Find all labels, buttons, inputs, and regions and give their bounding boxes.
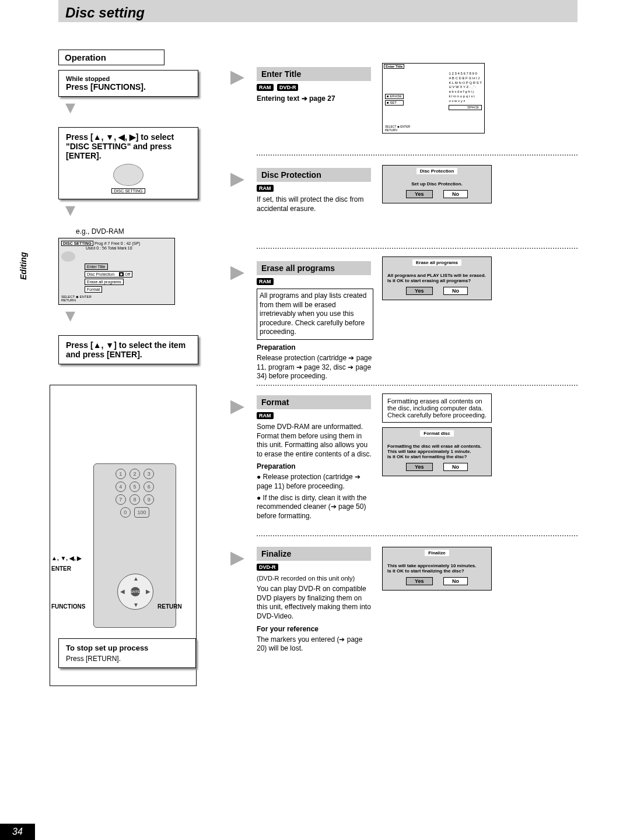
- right-arrow-icon: ▸: [230, 264, 254, 287]
- remote-enter-btn: ENTER: [131, 587, 140, 596]
- finalize-ref: The markers you entered (➔ page 20) will…: [257, 635, 373, 653]
- num-btn: 8: [130, 494, 140, 505]
- erase-btn: ERASE: [390, 94, 401, 98]
- space-btn: SPACE: [449, 105, 482, 111]
- badge-dvdr: DVD-R: [277, 84, 299, 91]
- step1-text: Press [FUNCTIONS].: [66, 82, 146, 92]
- badge-ram: RAM: [257, 185, 274, 192]
- eg-label: e.g., DVD-RAM: [76, 227, 198, 236]
- right-arrow-icon: ▸: [230, 398, 254, 421]
- mini-item-format: Format: [85, 286, 102, 293]
- no-btn: No: [443, 463, 468, 471]
- num-btn: 3: [144, 469, 154, 479]
- num-btn: 5: [130, 481, 140, 492]
- page-number: 34: [0, 824, 35, 840]
- dotted-divider: [257, 248, 578, 249]
- section-format: Format RAM Some DVD-RAM are unformatted.…: [257, 395, 373, 523]
- format-prep-h: Preparation: [257, 462, 373, 470]
- num-btn: 7: [116, 494, 126, 505]
- format-heading: Format: [257, 395, 371, 409]
- erase-prep: Release protection (cartridge ➔ page 11,…: [257, 354, 373, 381]
- section-enter-title: Enter Title RAM DVD-R Entering text ➔ pa…: [257, 67, 368, 106]
- side-label: Editing: [19, 252, 28, 280]
- num-btn: 0: [120, 507, 131, 518]
- erase-boxed: All programs and play lists created from…: [257, 289, 373, 340]
- yes-btn: Yes: [406, 287, 433, 295]
- format-body: Some DVD-RAM are unformatted. Format the…: [257, 423, 373, 459]
- right-arrow-icon: ▸: [230, 171, 254, 194]
- remote-arrows-label: ▲, ▼, ◀, ▶: [51, 555, 82, 561]
- down-icon: ▼: [133, 602, 139, 608]
- num-btn: 6: [144, 481, 154, 492]
- mini-total: Total Mark 10: [108, 246, 132, 250]
- dialog-title: Disc Protection: [416, 168, 458, 174]
- char-row: 1 2 3 4 5 6 7 8 9 0: [449, 72, 482, 76]
- step3-box: Press [▲, ▼] to select the item and pres…: [58, 335, 198, 364]
- set-btn: SET: [390, 101, 397, 104]
- no-btn: No: [443, 287, 468, 295]
- badge-ram: RAM: [257, 278, 274, 285]
- mini-item-disc-protection: Disc Protection ■ Off: [85, 271, 132, 277]
- step2-box: Press [▲, ▼, ◀, ▶] to select "DISC SETTI…: [58, 127, 198, 199]
- num-btn: 4: [116, 481, 126, 492]
- title-input-header: Enter Title: [384, 64, 404, 69]
- mini-item-enter-title: Enter Title: [85, 263, 108, 270]
- dialog-title: Finalize: [425, 550, 449, 556]
- char-row: A B C D E F G H I J: [449, 76, 482, 81]
- step2-text: Press [▲, ▼, ◀, ▶] to select "DISC SETTI…: [66, 132, 174, 160]
- char-row: u v w x y z: [449, 99, 482, 104]
- right-arrow-icon: ▸: [230, 550, 254, 573]
- num-btn: 100: [134, 507, 149, 518]
- no-btn: No: [443, 190, 468, 198]
- manual-page: Disc setting Editing Operation While sto…: [0, 0, 630, 840]
- remote-dpad: ENTER ▲ ▼ ◀ ▶: [117, 574, 153, 610]
- format-right: Formatting erases all contents on the di…: [382, 393, 492, 486]
- erase-dialog-wrap: Erase all programs All programs and PLAY…: [382, 256, 492, 310]
- down-arrow-icon: ▾: [58, 202, 82, 225]
- finalize-dialog: Finalize This will take approximately 10…: [382, 547, 492, 591]
- badge-ram: RAM: [257, 84, 274, 91]
- section-disc-protection: Disc Protection RAM If set, this will pr…: [257, 168, 368, 216]
- badge-ram: RAM: [257, 412, 274, 419]
- up-icon: ▲: [133, 575, 139, 582]
- enter-title-sub: Entering text ➔ page 27: [257, 94, 368, 104]
- remote-functions-label: FUNCTIONS: [51, 603, 85, 610]
- finalize-sub: (DVD-R recorded on this unit only): [257, 574, 373, 582]
- remote-return-label: RETURN: [158, 603, 182, 610]
- section-erase: Erase all programs RAM All programs and …: [257, 261, 373, 384]
- disc-protection-dialog: Disc Protection Set up Disc Protection. …: [382, 165, 492, 203]
- dialog-msg: Set up Disc Protection.: [387, 181, 487, 187]
- disc-protection-heading: Disc Protection: [257, 168, 371, 182]
- dotted-divider: [257, 154, 578, 156]
- dotted-divider: [257, 385, 578, 386]
- left-icon: ◀: [120, 588, 125, 595]
- mini-screen: DISC SETTING Prog # 7 Free 0 : 42 (SP) U…: [58, 238, 175, 305]
- dialog-title: Format disc: [420, 430, 453, 437]
- ti-return: RETURN: [385, 128, 397, 132]
- mini-free: Free 0 : 42 (SP): [111, 241, 140, 245]
- char-row: a b c d e f g h i j: [449, 90, 482, 94]
- mini-header: DISC SETTING: [61, 241, 93, 246]
- mini-disc-icon: [61, 251, 75, 262]
- section-finalize: Finalize DVD-R (DVD-R recorded on this u…: [257, 547, 373, 656]
- ti-enter: ENTER: [400, 125, 410, 128]
- down-arrow-icon: ▾: [58, 307, 82, 331]
- yes-btn: Yes: [406, 577, 433, 585]
- disc-icon: [113, 164, 144, 186]
- step1-box: While stopped Press [FUNCTIONS].: [58, 70, 198, 97]
- format-prep2: ● If the disc is dirty, clean it with th…: [257, 494, 373, 521]
- finalize-heading: Finalize: [257, 547, 371, 561]
- mini-enter: ENTER: [80, 295, 92, 298]
- finalize-body: You can play DVD-R on compatible DVD pla…: [257, 585, 373, 621]
- right-icon: ▶: [146, 588, 150, 595]
- step3-text: Press [▲, ▼] to select the item and pres…: [66, 340, 186, 359]
- operation-column: Operation While stopped Press [FUNCTIONS…: [58, 50, 198, 364]
- remote-enter-label: ENTER: [51, 565, 71, 572]
- finalize-dialog-wrap: Finalize This will take approximately 10…: [382, 547, 492, 600]
- stop-box: To stop set up process Press [RETURN].: [58, 638, 196, 668]
- stop-heading: To stop set up process: [66, 644, 188, 652]
- badge-dvdr: DVD-R: [257, 564, 278, 571]
- mini-prog: Prog # 7: [94, 241, 110, 245]
- char-row: K L M N O P Q R S T: [449, 81, 482, 86]
- yes-btn: Yes: [406, 190, 433, 198]
